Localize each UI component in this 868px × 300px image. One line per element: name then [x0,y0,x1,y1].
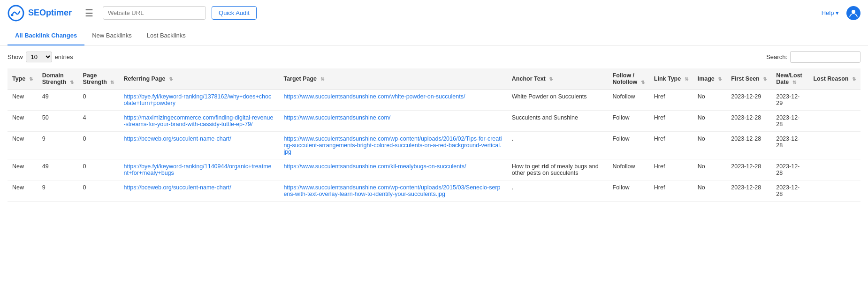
cell-page-strength: 4 [78,111,119,132]
referring-page-link[interactable]: https://bye.fyi/keyword-ranking/1378162/… [123,93,271,106]
backlinks-table: Type ⇅ DomainStrength ⇅ PageStrength ⇅ R… [8,68,860,202]
col-anchor-text[interactable]: Anchor Text ⇅ [507,68,608,90]
col-lost-reason[interactable]: Lost Reason ⇅ [808,68,860,90]
quick-audit-button[interactable]: Quick Audit [212,6,257,20]
cell-target-page: https://www.succulentsandsunshine.com/wh… [279,90,507,111]
table-row: New 49 0 https://bye.fyi/keyword-ranking… [8,159,860,180]
cell-first-seen: 2023-12-28 [726,132,771,159]
header: SEOptimer ☰ Quick Audit Help ▾ [0,0,868,26]
tab-new-backlinks[interactable]: New Backlinks [84,26,139,45]
cell-link-type: Href [649,132,693,159]
cell-follow-nofollow: Follow [608,132,649,159]
cell-new-lost-date: 2023-12-29 [771,90,808,111]
user-avatar[interactable] [846,6,860,20]
sort-icon-lostreason: ⇅ [852,76,856,82]
col-target-page[interactable]: Target Page ⇅ [279,68,507,90]
cell-anchor-text: . [507,180,608,202]
hamburger-icon[interactable]: ☰ [81,6,97,21]
cell-domain-strength: 49 [38,90,78,111]
url-input[interactable] [103,6,206,20]
table-row: New 9 0 https://bceweb.org/succulent-nam… [8,132,860,159]
entries-select[interactable]: 10 25 50 100 [26,52,52,62]
cell-target-page: https://www.succulentsandsunshine.com/ [279,111,507,132]
cell-anchor-text: . [507,132,608,159]
cell-type: New [8,111,38,132]
referring-page-link[interactable]: https://bceweb.org/succulent-name-chart/ [123,135,231,142]
cell-domain-strength: 50 [38,111,78,132]
tab-all-backlink-changes[interactable]: All Backlink Changes [8,26,84,45]
target-page-link[interactable]: https://www.succulentsandsunshine.com/wp… [283,184,500,197]
logo-text: SEOptimer [28,8,72,18]
col-new-lost-date[interactable]: New/LostDate ⇅ [771,68,808,90]
cell-referring-page: https://bye.fyi/keyword-ranking/1378162/… [119,90,279,111]
col-domain-strength[interactable]: DomainStrength ⇅ [38,68,78,90]
logo-icon [8,5,24,22]
cell-first-seen: 2023-12-29 [726,90,771,111]
cell-image: No [693,111,727,132]
cell-lost-reason [808,111,860,132]
cell-page-strength: 0 [78,159,119,180]
table-controls: Show 10 25 50 100 entries Search: [0,45,868,68]
cell-lost-reason [808,132,860,159]
target-page-link[interactable]: https://www.succulentsandsunshine.com/wh… [283,93,465,100]
cell-new-lost-date: 2023-12-28 [771,111,808,132]
col-follow-nofollow[interactable]: Follow /Nofollow ⇅ [608,68,649,90]
sort-icon-linktype: ⇅ [685,76,688,82]
target-page-link[interactable]: https://www.succulentsandsunshine.com/ [283,114,390,121]
search-area: Search: [766,51,860,63]
cell-target-page: https://www.succulentsandsunshine.com/wp… [279,180,507,202]
sort-icon-anchor: ⇅ [549,76,553,82]
referring-page-link[interactable]: https://maximizingecommerce.com/finding-… [123,114,273,128]
search-input[interactable] [790,51,860,63]
svg-point-1 [11,14,14,16]
table-body: New 49 0 https://bye.fyi/keyword-ranking… [8,90,860,202]
cell-lost-reason [808,180,860,202]
backlinks-table-container: Type ⇅ DomainStrength ⇅ PageStrength ⇅ R… [0,68,868,202]
col-image[interactable]: Image ⇅ [693,68,727,90]
cell-new-lost-date: 2023-12-28 [771,132,808,159]
cell-type: New [8,180,38,202]
target-page-link[interactable]: https://www.succulentsandsunshine.com/wp… [283,135,502,155]
sort-icon-type: ⇅ [29,76,33,82]
table-header-row: Type ⇅ DomainStrength ⇅ PageStrength ⇅ R… [8,68,860,90]
col-page-strength[interactable]: PageStrength ⇅ [78,68,119,90]
col-type[interactable]: Type ⇅ [8,68,38,90]
table-row: New 9 0 https://bceweb.org/succulent-nam… [8,180,860,202]
entries-label: entries [55,53,73,60]
cell-referring-page: https://bye.fyi/keyword-ranking/1140944/… [119,159,279,180]
cell-referring-page: https://bceweb.org/succulent-name-chart/ [119,132,279,159]
tab-lost-backlinks[interactable]: Lost Backlinks [139,26,193,45]
cell-follow-nofollow: Follow [608,111,649,132]
header-right: Help ▾ [822,6,860,20]
cell-lost-reason [808,159,860,180]
cell-page-strength: 0 [78,132,119,159]
cell-link-type: Href [649,180,693,202]
cell-domain-strength: 9 [38,180,78,202]
sort-icon-referring: ⇅ [169,76,173,82]
table-row: New 49 0 https://bye.fyi/keyword-ranking… [8,90,860,111]
help-link[interactable]: Help ▾ [822,9,839,16]
search-label: Search: [766,53,787,60]
col-link-type[interactable]: Link Type ⇅ [649,68,693,90]
col-referring-page[interactable]: Referring Page ⇅ [119,68,279,90]
cell-page-strength: 0 [78,90,119,111]
cell-link-type: Href [649,159,693,180]
cell-anchor-text: White Powder on Succulents [507,90,608,111]
show-label: Show [8,53,23,60]
col-first-seen[interactable]: First Seen ⇅ [726,68,771,90]
show-entries-area: Show 10 25 50 100 entries [8,52,73,62]
referring-page-link[interactable]: https://bceweb.org/succulent-name-chart/ [123,184,231,191]
cell-image: No [693,159,727,180]
target-page-link[interactable]: https://www.succulentsandsunshine.com/ki… [283,163,466,170]
sort-icon-newlost: ⇅ [792,80,796,85]
cell-new-lost-date: 2023-12-28 [771,180,808,202]
sort-icon-page: ⇅ [110,80,114,85]
cell-new-lost-date: 2023-12-28 [771,159,808,180]
cell-follow-nofollow: Follow [608,180,649,202]
sort-icon-domain: ⇅ [70,80,74,85]
cell-follow-nofollow: Nofollow [608,90,649,111]
cell-first-seen: 2023-12-28 [726,159,771,180]
tabs-bar: All Backlink Changes New Backlinks Lost … [0,26,868,45]
cell-anchor-text: How to get rid of mealy bugs and other p… [507,159,608,180]
referring-page-link[interactable]: https://bye.fyi/keyword-ranking/1140944/… [123,163,271,176]
